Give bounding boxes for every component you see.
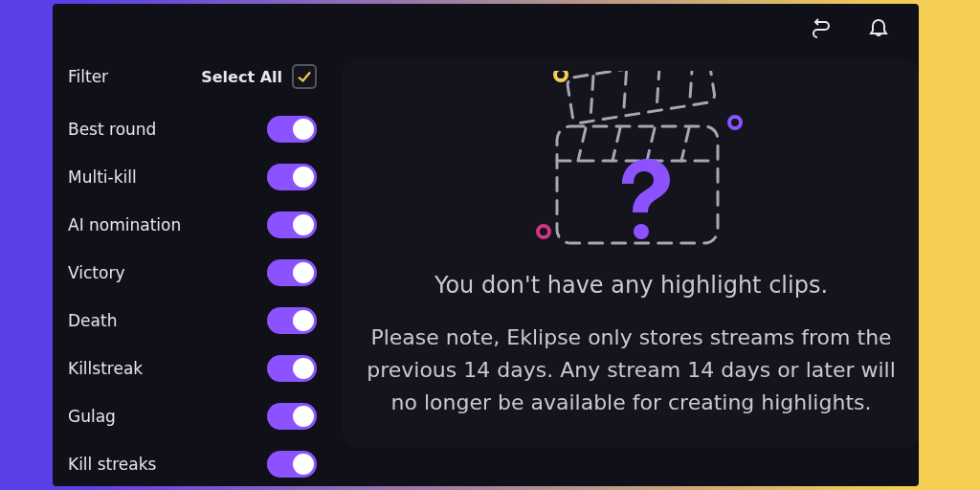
- svg-rect-0: [567, 71, 716, 123]
- empty-state-title: You don't have any highlight clips.: [434, 272, 828, 299]
- filter-row: Kill streaks: [68, 451, 317, 478]
- filter-list: Best roundMulti-killAI nominationVictory…: [68, 116, 317, 478]
- app-body: Filter Select All Best roundMulti-killAI…: [53, 50, 919, 486]
- svg-line-8: [612, 128, 620, 161]
- filter-label: Victory: [68, 263, 124, 282]
- filter-label: Multi-kill: [68, 167, 137, 187]
- svg-point-14: [729, 117, 741, 128]
- filter-row: Multi-kill: [68, 164, 317, 190]
- filter-row: Victory: [68, 259, 317, 286]
- filter-label: Killstreak: [68, 359, 143, 378]
- toggle-knob: [293, 167, 314, 188]
- filter-row: Best round: [68, 116, 317, 143]
- outer-frame: Filter Select All Best roundMulti-killAI…: [0, 0, 980, 490]
- filter-row: Gulag: [68, 403, 317, 430]
- svg-line-4: [682, 71, 699, 103]
- filter-label: Best round: [68, 120, 156, 139]
- toggle-knob: [293, 310, 314, 331]
- filter-toggle[interactable]: [267, 164, 317, 190]
- select-all-label: Select All: [201, 68, 282, 86]
- svg-line-10: [681, 128, 689, 161]
- toggle-knob: [293, 454, 314, 475]
- filter-title: Filter: [68, 67, 108, 86]
- toggle-knob: [293, 406, 314, 427]
- select-all-group: Select All: [201, 64, 317, 89]
- filter-toggle[interactable]: [267, 355, 317, 382]
- svg-line-9: [647, 128, 655, 161]
- clapperboard-illustration: [507, 71, 756, 255]
- top-bar: [53, 4, 919, 50]
- filter-toggle[interactable]: [267, 307, 317, 334]
- filter-label: AI nomination: [68, 215, 181, 234]
- svg-point-13: [555, 71, 567, 80]
- filter-toggle[interactable]: [267, 116, 317, 143]
- routing-icon[interactable]: [810, 13, 836, 40]
- filter-sidebar: Filter Select All Best roundMulti-killAI…: [53, 50, 332, 486]
- svg-line-1: [584, 77, 600, 120]
- filter-label: Death: [68, 311, 117, 330]
- toggle-knob: [293, 119, 314, 140]
- svg-line-3: [650, 71, 666, 109]
- svg-point-12: [538, 226, 549, 237]
- bell-icon[interactable]: [865, 13, 892, 40]
- filter-toggle[interactable]: [267, 212, 317, 238]
- svg-line-7: [578, 128, 586, 161]
- main-area: You don't have any highlight clips. Plea…: [332, 50, 919, 486]
- toggle-knob: [293, 358, 314, 379]
- filter-toggle[interactable]: [267, 403, 317, 430]
- filter-row: Killstreak: [68, 355, 317, 382]
- filter-toggle[interactable]: [267, 259, 317, 286]
- empty-state-body: Please note, Eklipse only stores streams…: [361, 322, 902, 419]
- filter-header: Filter Select All: [68, 64, 317, 89]
- app-window: Filter Select All Best roundMulti-killAI…: [53, 4, 919, 486]
- svg-point-11: [634, 224, 649, 239]
- empty-state-panel: You don't have any highlight clips. Plea…: [342, 59, 919, 448]
- svg-line-2: [616, 71, 633, 114]
- toggle-knob: [293, 214, 314, 235]
- filter-toggle[interactable]: [267, 451, 317, 478]
- filter-row: AI nomination: [68, 212, 317, 238]
- filter-row: Death: [68, 307, 317, 334]
- filter-label: Kill streaks: [68, 455, 156, 474]
- select-all-checkbox[interactable]: [292, 64, 317, 89]
- toggle-knob: [293, 262, 314, 283]
- filter-label: Gulag: [68, 407, 116, 426]
